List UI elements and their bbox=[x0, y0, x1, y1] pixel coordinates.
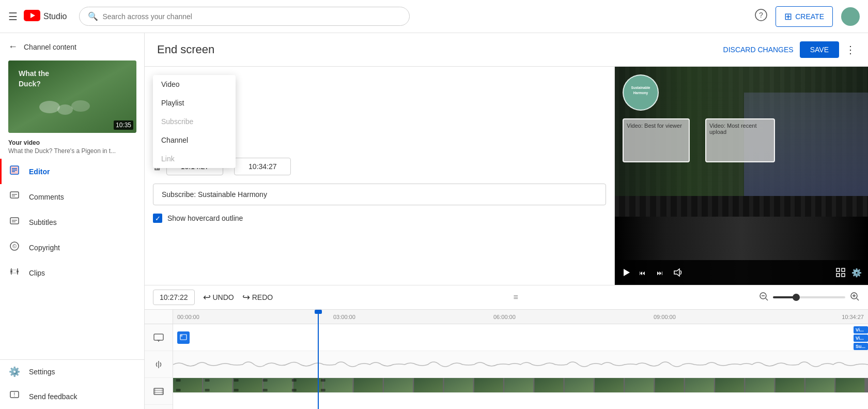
track-element-icon[interactable] bbox=[177, 331, 190, 344]
copyright-icon: © bbox=[8, 241, 21, 254]
zoom-out-icon[interactable] bbox=[758, 291, 769, 304]
ruler-mark-end: 10:34:27 bbox=[842, 314, 864, 320]
svg-point-8 bbox=[57, 104, 73, 115]
sidebar-item-comments[interactable]: Comments bbox=[0, 184, 144, 209]
dropdown-item-channel[interactable]: Channel bbox=[153, 131, 236, 149]
svg-rect-99 bbox=[595, 378, 624, 392]
redo-label: REDO bbox=[252, 293, 273, 301]
svg-rect-88 bbox=[264, 378, 292, 392]
svg-text:Duck?: Duck? bbox=[19, 80, 41, 88]
sidebar: ← Channel content What the Duck? bbox=[0, 33, 145, 409]
svg-rect-104 bbox=[745, 378, 774, 392]
time-end-input[interactable] bbox=[234, 158, 291, 175]
svg-rect-113 bbox=[321, 379, 326, 382]
discard-changes-button[interactable]: DISCARD CHANGES bbox=[723, 46, 794, 54]
svg-rect-78 bbox=[154, 388, 156, 395]
sidebar-editor-label: Editor bbox=[29, 168, 50, 176]
checkmark-icon: ✓ bbox=[155, 215, 161, 222]
svg-rect-18 bbox=[10, 218, 19, 224]
search-input[interactable] bbox=[102, 12, 401, 21]
film-track-icon bbox=[145, 378, 173, 405]
ruler-mark-1: 03:00:00 bbox=[333, 314, 355, 320]
create-button[interactable]: ⊞ CREATE bbox=[776, 6, 833, 27]
svg-rect-94 bbox=[444, 378, 473, 392]
svg-rect-114 bbox=[176, 389, 181, 391]
more-options-icon[interactable]: ⋮ bbox=[845, 43, 856, 56]
dropdown-item-playlist[interactable]: Playlist bbox=[153, 94, 236, 112]
svg-point-7 bbox=[39, 101, 60, 113]
end-chip-su[interactable]: Su... bbox=[854, 343, 868, 350]
end-chip-vi-1[interactable]: Vi... bbox=[854, 326, 868, 334]
playhead-head bbox=[315, 310, 322, 314]
svg-rect-102 bbox=[685, 378, 714, 392]
avatar[interactable] bbox=[841, 7, 860, 26]
end-box-2-label: Video: Most recent upload bbox=[709, 123, 771, 135]
end-screen-box-1: Video: Best for viewer bbox=[623, 118, 690, 162]
search-icon: 🔍 bbox=[88, 11, 98, 21]
play-button[interactable] bbox=[621, 267, 631, 278]
sidebar-item-clips[interactable]: Clips bbox=[0, 260, 144, 285]
end-screen-box-2: Video: Most recent upload bbox=[705, 118, 775, 162]
dropdown-item-video[interactable]: Video bbox=[153, 75, 236, 94]
sidebar-subtitles-label: Subtitles bbox=[29, 218, 57, 226]
dropdown-item-link: Link bbox=[153, 149, 236, 168]
back-nav[interactable]: ← Channel content bbox=[0, 33, 144, 60]
header-actions: DISCARD CHANGES SAVE ⋮ bbox=[723, 41, 856, 58]
svg-rect-107 bbox=[835, 378, 864, 392]
page-title: End screen bbox=[157, 43, 723, 56]
sidebar-comments-label: Comments bbox=[29, 193, 64, 201]
help-icon[interactable]: ? bbox=[755, 9, 767, 24]
grid-view-icon[interactable] bbox=[836, 268, 845, 277]
preview-background: Sustainable Harmony Video: Best for view… bbox=[615, 67, 868, 285]
rewind-button[interactable]: ⏮ bbox=[638, 267, 649, 278]
subtitles-icon bbox=[8, 216, 21, 229]
svg-text:?: ? bbox=[759, 11, 763, 19]
end-box-1-label: Video: Best for viewer bbox=[627, 123, 682, 129]
sidebar-item-settings[interactable]: ⚙️ Settings bbox=[0, 360, 144, 384]
brand[interactable]: Studio bbox=[24, 8, 67, 25]
clips-icon bbox=[8, 266, 21, 279]
svg-text:©: © bbox=[12, 243, 17, 249]
redo-icon: ↪ bbox=[242, 292, 250, 303]
editor-icon bbox=[8, 165, 21, 178]
waveform-svg bbox=[173, 351, 868, 378]
svg-marker-62 bbox=[674, 269, 679, 276]
settings-icon[interactable]: ⚙️ bbox=[851, 268, 862, 278]
svg-rect-110 bbox=[234, 379, 239, 382]
create-plus-icon: ⊞ bbox=[784, 11, 792, 22]
end-chip-vi-2[interactable]: Vi... bbox=[854, 335, 868, 342]
left-panel: Video Playlist Subscribe Channel Link 🗑 … bbox=[145, 67, 615, 285]
sidebar-item-copyright[interactable]: © Copyright bbox=[0, 235, 144, 260]
svg-rect-96 bbox=[504, 378, 533, 392]
svg-text:What the: What the bbox=[19, 69, 49, 78]
hovercard-checkbox[interactable]: ✓ bbox=[153, 214, 162, 223]
save-button[interactable]: SAVE bbox=[800, 41, 839, 58]
svg-rect-90 bbox=[323, 378, 352, 392]
top-nav: ☰ Studio 🔍 ? ⊞ CREATE bbox=[0, 0, 868, 33]
undo-button[interactable]: ↩ UNDO bbox=[203, 292, 234, 303]
drag-handle-icon: ≡ bbox=[513, 293, 518, 302]
menu-icon[interactable]: ☰ bbox=[8, 10, 18, 23]
video-duration: 10:35 bbox=[114, 120, 133, 130]
sidebar-item-editor[interactable]: Editor bbox=[0, 159, 144, 184]
track-filmstrip bbox=[173, 378, 868, 392]
video-thumbnail[interactable]: What the Duck? 10:35 bbox=[8, 60, 136, 133]
svg-rect-91 bbox=[354, 378, 383, 392]
volume-button[interactable] bbox=[673, 267, 683, 278]
sidebar-item-feedback[interactable]: ! Send feedback bbox=[0, 384, 144, 409]
zoom-in-icon[interactable] bbox=[849, 291, 860, 304]
create-label: CREATE bbox=[795, 12, 824, 21]
zoom-slider[interactable] bbox=[773, 296, 845, 298]
redo-button[interactable]: ↪ REDO bbox=[242, 292, 273, 303]
end-chips: Vi... Vi... Su... bbox=[854, 326, 868, 350]
sidebar-item-subtitles[interactable]: Subtitles bbox=[0, 209, 144, 235]
ruler-mark-0: 00:00:00 bbox=[177, 314, 199, 320]
right-panel: Sustainable Harmony Video: Best for view… bbox=[615, 67, 868, 285]
fastforward-button[interactable]: ⏭ bbox=[655, 267, 667, 278]
svg-rect-108 bbox=[176, 379, 181, 382]
svg-rect-118 bbox=[292, 389, 297, 391]
element-panel: Video Playlist Subscribe Channel Link 🗑 … bbox=[145, 67, 614, 231]
svg-point-23 bbox=[10, 270, 12, 272]
svg-rect-103 bbox=[715, 378, 744, 392]
svg-rect-92 bbox=[384, 378, 413, 392]
